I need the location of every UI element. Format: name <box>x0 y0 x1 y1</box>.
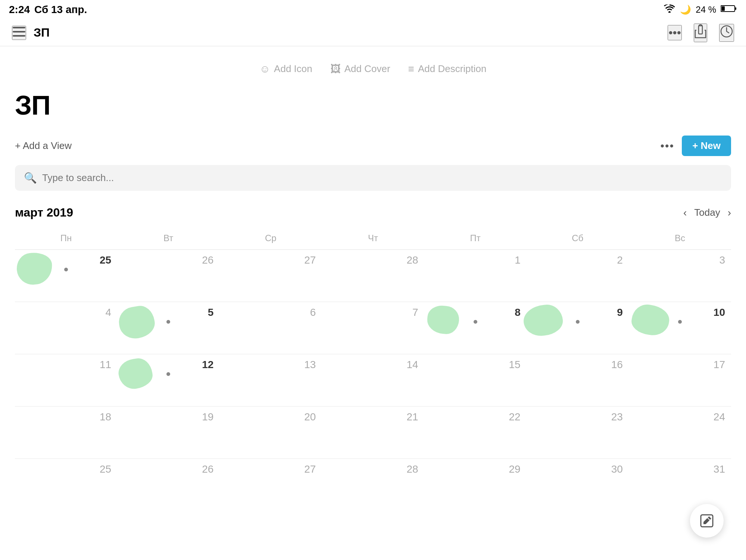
add-icon-button[interactable]: ☺ Add Icon <box>260 63 312 75</box>
history-button[interactable] <box>719 24 734 42</box>
calendar-cell[interactable]: 29 <box>424 459 527 511</box>
day-dot <box>64 268 68 271</box>
calendar-cell[interactable]: 15 <box>424 354 527 407</box>
weekday-tue: Вт <box>117 228 219 250</box>
day-number: 28 <box>328 254 418 266</box>
calendar-cell[interactable]: 19 <box>117 407 219 459</box>
calendar-cell[interactable]: 4 <box>15 302 117 354</box>
new-button[interactable]: + New <box>682 136 731 156</box>
calendar-cell[interactable]: 31 <box>629 459 731 511</box>
hamburger-button[interactable] <box>12 26 26 40</box>
calendar-cell[interactable]: 27 <box>219 459 322 511</box>
day-number: 8 <box>430 307 521 318</box>
calendar-cell[interactable]: 10 <box>629 302 731 354</box>
weekday-sun: Вс <box>629 228 731 250</box>
battery-text: 24 % <box>696 4 716 15</box>
day-number: 14 <box>328 359 418 371</box>
add-description-button[interactable]: ≡ Add Description <box>408 63 487 75</box>
calendar-week-row: 25262728293031 <box>15 459 731 511</box>
calendar-cell[interactable]: 28 <box>322 459 424 511</box>
day-number: 4 <box>21 307 111 318</box>
calendar-cell[interactable]: 2 <box>527 250 629 302</box>
calendar-cell[interactable]: 28 <box>322 250 424 302</box>
calendar-nav: ‹ Today › <box>683 207 731 219</box>
calendar-cell[interactable]: 30 <box>527 459 629 511</box>
emoji-icon: ☺ <box>260 63 271 75</box>
calendar-cell[interactable]: 1 <box>424 250 527 302</box>
calendar-cell[interactable]: 25 <box>15 250 117 302</box>
day-dot <box>166 372 170 376</box>
search-icon: 🔍 <box>24 172 37 184</box>
weekday-mon: Пн <box>15 228 117 250</box>
calendar-cell[interactable]: 14 <box>322 354 424 407</box>
day-number: 9 <box>533 307 623 318</box>
calendar-cell[interactable]: 7 <box>322 302 424 354</box>
day-number: 11 <box>21 359 111 371</box>
calendar-table: Пн Вт Ср Чт Пт Сб Вс 2526272812345678910… <box>15 228 731 511</box>
day-number: 1 <box>430 254 521 266</box>
wifi-icon <box>664 4 675 15</box>
calendar-cell[interactable]: 12 <box>117 354 219 407</box>
calendar-cell[interactable]: 23 <box>527 407 629 459</box>
calendar-cell[interactable]: 26 <box>117 250 219 302</box>
search-input[interactable] <box>42 172 722 184</box>
svg-rect-2 <box>721 6 725 11</box>
calendar-cell[interactable]: 3 <box>629 250 731 302</box>
toolbar: + Add a View ••• + New <box>15 136 731 156</box>
day-number: 2 <box>533 254 623 266</box>
status-time: 2:24 <box>9 4 30 16</box>
svg-rect-5 <box>13 35 25 37</box>
calendar-cell[interactable]: 17 <box>629 354 731 407</box>
calendar-cell[interactable]: 5 <box>117 302 219 354</box>
calendar-cell[interactable]: 16 <box>527 354 629 407</box>
calendar-cell[interactable]: 6 <box>219 302 322 354</box>
calendar-cell[interactable]: 20 <box>219 407 322 459</box>
calendar-cell[interactable]: 9 <box>527 302 629 354</box>
calendar-cell[interactable]: 8 <box>424 302 527 354</box>
calendar-cell[interactable]: 25 <box>15 459 117 511</box>
calendar-next-button[interactable]: › <box>728 207 731 219</box>
day-number: 3 <box>635 254 725 266</box>
share-button[interactable] <box>694 24 707 42</box>
weekday-wed: Ср <box>219 228 322 250</box>
calendar-cell[interactable]: 26 <box>117 459 219 511</box>
day-dot <box>474 320 477 324</box>
calendar-cell[interactable]: 27 <box>219 250 322 302</box>
day-number: 18 <box>21 411 111 423</box>
calendar-cell[interactable]: 21 <box>322 407 424 459</box>
day-number: 16 <box>533 359 623 371</box>
calendar-cell[interactable]: 11 <box>15 354 117 407</box>
day-dot <box>678 320 682 324</box>
calendar-prev-button[interactable]: ‹ <box>683 207 687 219</box>
day-number: 6 <box>225 307 316 318</box>
calendar-today-button[interactable]: Today <box>694 207 720 218</box>
day-number: 26 <box>123 463 213 475</box>
weekday-fri: Пт <box>424 228 527 250</box>
svg-rect-4 <box>13 31 25 32</box>
moon-icon: 🌙 <box>680 4 691 15</box>
day-number: 19 <box>123 411 213 423</box>
more-options-nav-button[interactable]: ••• <box>668 25 682 40</box>
calendar-cell[interactable]: 24 <box>629 407 731 459</box>
floating-action-button[interactable] <box>690 504 724 538</box>
add-buttons-row: ☺ Add Icon 🖼 Add Cover ≡ Add Description <box>15 55 731 83</box>
weekday-thu: Чт <box>322 228 424 250</box>
add-view-button[interactable]: + Add a View <box>15 140 72 152</box>
add-cover-button[interactable]: 🖼 Add Cover <box>330 63 390 75</box>
day-number: 15 <box>430 359 521 371</box>
day-number: 5 <box>123 307 213 318</box>
day-number: 25 <box>21 463 111 475</box>
status-bar: 2:24 Сб 13 апр. 🌙 24 % <box>0 0 746 19</box>
calendar-cell[interactable]: 22 <box>424 407 527 459</box>
day-number: 27 <box>225 463 316 475</box>
toolbar-more-button[interactable]: ••• <box>661 140 675 152</box>
description-icon: ≡ <box>408 63 414 75</box>
day-number: 10 <box>635 307 725 318</box>
status-left: 2:24 Сб 13 апр. <box>9 4 87 16</box>
nav-right: ••• <box>668 24 734 42</box>
status-day: Сб 13 апр. <box>34 4 87 16</box>
calendar-cell[interactable]: 13 <box>219 354 322 407</box>
battery-icon <box>721 4 737 15</box>
calendar-cell[interactable]: 18 <box>15 407 117 459</box>
day-number: 25 <box>21 254 111 266</box>
